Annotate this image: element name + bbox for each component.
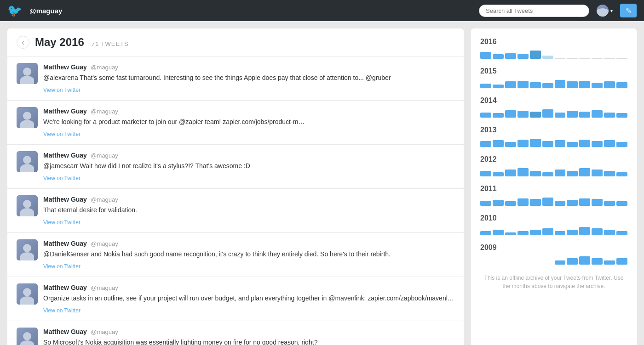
month-bar[interactable] [505,170,516,176]
month-bar[interactable] [592,170,603,176]
month-bar[interactable] [493,172,504,176]
month-bar[interactable] [505,264,516,265]
month-bar[interactable] [530,230,541,235]
month-bar[interactable] [555,140,566,147]
view-on-twitter-link[interactable]: View on Twitter [43,131,80,137]
month-bar[interactable] [518,264,529,265]
month-bar[interactable] [579,198,590,206]
month-bar[interactable] [493,113,504,118]
month-bar[interactable] [518,198,529,206]
month-bar[interactable] [616,58,627,59]
month-bar[interactable] [579,168,590,176]
month-bar[interactable] [493,230,504,235]
month-bar[interactable] [604,230,615,235]
month-bar[interactable] [505,201,516,206]
month-bar[interactable] [567,142,578,147]
month-bar[interactable] [604,58,615,59]
month-bar[interactable] [530,51,541,59]
month-bar[interactable] [518,81,529,88]
month-bar[interactable] [567,111,578,118]
month-bar[interactable] [592,141,603,147]
view-on-twitter-link[interactable]: View on Twitter [43,307,80,314]
month-bar[interactable] [530,139,541,147]
month-bar[interactable] [592,258,603,265]
month-bar[interactable] [604,113,615,118]
month-bar[interactable] [493,85,504,88]
month-bar[interactable] [592,228,603,235]
search-input[interactable] [479,5,589,17]
month-bar[interactable] [604,81,615,88]
month-bar[interactable] [604,260,615,265]
month-bar[interactable] [579,58,590,59]
month-bar[interactable] [567,230,578,235]
month-bar[interactable] [592,58,603,59]
month-bar[interactable] [592,83,603,88]
month-bar[interactable] [592,199,603,206]
month-bar[interactable] [542,228,553,235]
month-bar[interactable] [567,81,578,88]
month-bar[interactable] [530,112,541,118]
compose-button[interactable]: ✎ [620,4,637,17]
month-bar[interactable] [480,141,491,147]
month-bar[interactable] [616,172,627,176]
profile-button[interactable]: ▾ [597,5,613,17]
month-bar[interactable] [579,140,590,147]
month-bar[interactable] [604,201,615,206]
month-bar[interactable] [530,171,541,176]
month-bar[interactable] [518,140,529,147]
view-on-twitter-link[interactable]: View on Twitter [43,87,80,93]
month-bar[interactable] [480,113,491,118]
month-bar[interactable] [505,142,516,147]
month-bar[interactable] [480,231,491,235]
month-bar[interactable] [616,201,627,206]
month-bar[interactable] [579,81,590,88]
month-bar[interactable] [616,142,627,147]
month-bar[interactable] [480,84,491,88]
month-bar[interactable] [592,110,603,118]
month-bar[interactable] [604,140,615,147]
month-bar[interactable] [542,198,553,206]
month-bar[interactable] [518,231,529,235]
month-bar[interactable] [518,168,529,176]
month-bar[interactable] [542,56,553,59]
month-bar[interactable] [567,171,578,176]
month-bar[interactable] [518,54,529,59]
month-bar[interactable] [505,232,516,235]
month-bar[interactable] [555,80,566,88]
month-bar[interactable] [567,58,578,59]
month-bar[interactable] [579,112,590,118]
month-bar[interactable] [493,200,504,206]
month-bar[interactable] [505,110,516,118]
month-bar[interactable] [555,113,566,118]
month-bar[interactable] [480,171,491,176]
month-bar[interactable] [567,200,578,206]
month-bar[interactable] [493,140,504,147]
view-on-twitter-link[interactable]: View on Twitter [43,263,80,270]
month-bar[interactable] [480,52,491,59]
month-bar[interactable] [542,264,553,265]
month-bar[interactable] [505,53,516,59]
month-bar[interactable] [530,199,541,206]
month-bar[interactable] [616,113,627,118]
month-bar[interactable] [616,258,627,265]
month-bar[interactable] [505,81,516,88]
month-bar[interactable] [480,201,491,206]
month-bar[interactable] [518,111,529,118]
month-bar[interactable] [555,170,566,176]
month-bar[interactable] [542,172,553,176]
month-bar[interactable] [616,231,627,235]
month-bar[interactable] [542,141,553,147]
month-bar[interactable] [493,264,504,265]
month-bar[interactable] [616,82,627,88]
month-bar[interactable] [567,258,578,265]
month-bar[interactable] [542,83,553,88]
prev-month-button[interactable]: ‹ [17,36,29,49]
month-bar[interactable] [579,256,590,265]
month-bar[interactable] [555,58,566,59]
month-bar[interactable] [530,264,541,265]
view-on-twitter-link[interactable]: View on Twitter [43,175,80,181]
month-bar[interactable] [555,260,566,265]
month-bar[interactable] [555,201,566,206]
month-bar[interactable] [530,82,541,88]
month-bar[interactable] [555,231,566,235]
